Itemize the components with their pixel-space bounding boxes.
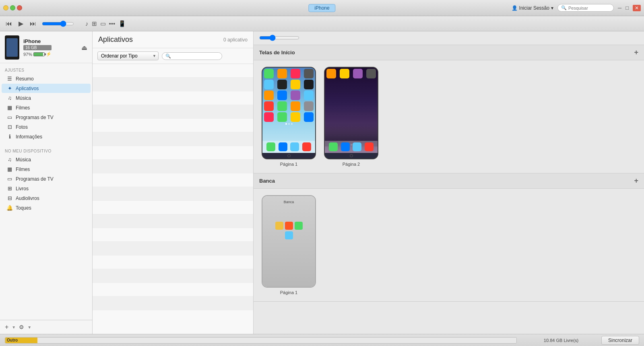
music-icon[interactable]: ♪ bbox=[85, 20, 89, 27]
play-button[interactable]: ▶ bbox=[18, 19, 24, 28]
storage-outro-segment: Outro bbox=[5, 338, 37, 343]
device-audiolivros-icon: ⊟ bbox=[6, 195, 13, 201]
app-icon[interactable] bbox=[277, 91, 287, 100]
list-item bbox=[93, 160, 253, 173]
app-icon[interactable] bbox=[291, 91, 300, 100]
phone-icon[interactable]: 📱 bbox=[118, 20, 126, 27]
app-list-toolbar: Ordenar por Tipo Ordenar por Nome Ordena… bbox=[93, 48, 253, 64]
device-header: iPhone 16 GB 97% ⚡ ⏏ bbox=[0, 31, 92, 63]
app-icon[interactable] bbox=[291, 80, 300, 89]
settings-button[interactable]: ⚙ bbox=[19, 324, 24, 330]
add-button[interactable]: + bbox=[5, 323, 8, 331]
window-restore-icon[interactable]: □ bbox=[625, 5, 629, 11]
telas-inicio-section: Telas de Início + bbox=[254, 45, 644, 173]
telas-add-button[interactable]: + bbox=[634, 48, 638, 57]
sidebar-item-musica[interactable]: ♫ Música bbox=[2, 93, 91, 103]
search-input[interactable] bbox=[568, 6, 610, 10]
dock-app-icon[interactable] bbox=[341, 142, 350, 151]
app-icon[interactable] bbox=[264, 80, 274, 89]
app-icon[interactable] bbox=[340, 69, 349, 78]
sidebar-item-device-livros[interactable]: ⊞ Livros bbox=[2, 184, 91, 193]
titlebar-right: 👤 Iniciar Sessão ▾ 🔍 ─ □ ✕ bbox=[512, 4, 641, 12]
sidebar-item-device-audiolivros[interactable]: ⊟ Audiolivros bbox=[2, 194, 91, 203]
home-page-2: Página 2 bbox=[324, 67, 378, 167]
dock-app-icon[interactable] bbox=[365, 142, 374, 151]
minimize-button[interactable] bbox=[3, 5, 8, 10]
app-icon[interactable] bbox=[304, 69, 314, 78]
list-item bbox=[93, 187, 253, 201]
app-list-header: Aplicativos 0 aplicativo bbox=[93, 31, 253, 48]
device-section-label: No Meu Dispositivo bbox=[0, 146, 92, 154]
dock-app-icon[interactable] bbox=[266, 142, 275, 151]
banca-label: Banca bbox=[259, 178, 275, 184]
app-icon[interactable] bbox=[326, 69, 336, 78]
fotos-label: Fotos bbox=[16, 124, 28, 130]
folder-icon bbox=[285, 231, 293, 239]
more-icon[interactable]: ••• bbox=[109, 20, 116, 27]
sidebar-item-informacoes[interactable]: ℹ Informações bbox=[2, 132, 91, 141]
app-icon[interactable] bbox=[264, 69, 274, 78]
sidebar-item-resumo[interactable]: ☰ Resumo bbox=[2, 74, 91, 83]
sidebar-item-device-toques[interactable]: 🔔 Toques bbox=[2, 203, 91, 212]
sidebar-item-device-musica[interactable]: ♫ Música bbox=[2, 155, 91, 164]
banca-add-button[interactable]: + bbox=[634, 177, 638, 185]
app-icon[interactable] bbox=[277, 69, 287, 78]
phone-mockup-1[interactable] bbox=[262, 67, 316, 159]
app-icon[interactable] bbox=[264, 112, 274, 122]
home-screens-area: Telas de Início + bbox=[254, 31, 644, 334]
app-icon[interactable] bbox=[304, 112, 314, 122]
dock-app-icon[interactable] bbox=[302, 142, 311, 151]
fast-forward-button[interactable]: ⏭ bbox=[29, 19, 37, 28]
list-item bbox=[93, 64, 253, 78]
app-icon[interactable] bbox=[277, 101, 287, 111]
app-icon[interactable] bbox=[264, 101, 274, 111]
sidebar-item-programas-tv[interactable]: ▭ Programas de TV bbox=[2, 113, 91, 122]
list-item bbox=[93, 132, 253, 146]
app-icon[interactable] bbox=[291, 112, 300, 122]
dock-app-icon[interactable] bbox=[279, 142, 287, 151]
sidebar-item-device-filmes[interactable]: ▦ Filmes bbox=[2, 165, 91, 174]
maximize-button[interactable] bbox=[10, 5, 15, 10]
sort-select[interactable]: Ordenar por Tipo Ordenar por Nome Ordena… bbox=[97, 51, 159, 60]
app-icon[interactable] bbox=[291, 69, 300, 78]
dock-app-icon[interactable] bbox=[353, 142, 361, 151]
phone-screen-2 bbox=[325, 68, 378, 153]
app-icon[interactable] bbox=[304, 80, 314, 89]
app-icon[interactable] bbox=[353, 69, 363, 78]
window-minimize-icon[interactable]: ─ bbox=[618, 5, 621, 11]
app-icon[interactable] bbox=[277, 80, 287, 89]
eject-button[interactable]: ⏏ bbox=[81, 44, 87, 51]
rewind-button[interactable]: ⏮ bbox=[5, 19, 13, 28]
aplicativos-label: Aplicativos bbox=[16, 86, 39, 91]
banca-mockup[interactable]: Banca bbox=[262, 195, 316, 288]
sidebar-item-filmes[interactable]: ▦ Filmes bbox=[2, 103, 91, 112]
sidebar-item-fotos[interactable]: ⊡ Fotos bbox=[2, 122, 91, 132]
session-button[interactable]: 👤 Iniciar Sessão ▾ bbox=[512, 5, 553, 11]
app-icon[interactable] bbox=[366, 69, 376, 78]
app-icon[interactable] bbox=[291, 101, 300, 111]
dock-app-icon[interactable] bbox=[329, 142, 338, 151]
display-icon[interactable]: ⊞ bbox=[92, 20, 97, 27]
sidebar-item-aplicativos[interactable]: ✦ Aplicativos bbox=[2, 84, 91, 93]
app-icon[interactable] bbox=[304, 91, 314, 100]
app-icon[interactable] bbox=[264, 91, 274, 100]
aplicativos-icon: ✦ bbox=[6, 85, 13, 91]
device-tab[interactable]: iPhone bbox=[308, 4, 335, 12]
volume-slider[interactable] bbox=[42, 21, 74, 27]
tv-icon[interactable]: ▭ bbox=[100, 20, 106, 27]
sync-button[interactable]: Sincronizar bbox=[601, 336, 639, 345]
app-icon[interactable] bbox=[304, 101, 314, 111]
list-item bbox=[93, 255, 253, 269]
window-close-icon[interactable]: ✕ bbox=[633, 5, 641, 11]
search-box[interactable]: 🔍 bbox=[557, 4, 614, 12]
close-button[interactable] bbox=[17, 5, 22, 10]
free-storage-label: 10.84 GB Livre(s) bbox=[521, 338, 601, 343]
zoom-slider[interactable] bbox=[259, 35, 299, 41]
app-search-input[interactable] bbox=[173, 54, 219, 58]
phone-mockup-2[interactable] bbox=[324, 67, 378, 159]
dock-app-icon[interactable] bbox=[290, 142, 299, 151]
app-search-box[interactable]: 🔍 bbox=[162, 52, 222, 60]
battery-fill bbox=[34, 53, 43, 56]
sidebar-item-device-tv[interactable]: ▭ Programas de TV bbox=[2, 174, 91, 183]
app-icon[interactable] bbox=[277, 112, 287, 122]
